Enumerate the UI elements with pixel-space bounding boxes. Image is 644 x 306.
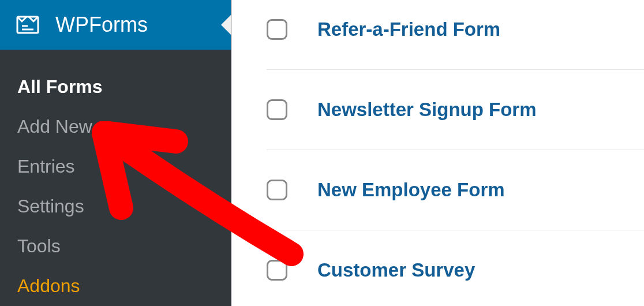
form-row: Customer Survey bbox=[267, 230, 644, 306]
wpforms-icon bbox=[16, 13, 39, 36]
sidebar-item-all-forms[interactable]: All Forms bbox=[0, 67, 231, 107]
forms-list: Refer-a-Friend Form Newsletter Signup Fo… bbox=[232, 0, 644, 306]
sidebar-item-wpforms[interactable]: WPForms bbox=[0, 0, 231, 50]
form-checkbox[interactable] bbox=[267, 19, 287, 40]
sidebar-item-add-new[interactable]: Add New bbox=[0, 107, 231, 147]
sidebar-item-settings[interactable]: Settings bbox=[0, 186, 231, 226]
sidebar-submenu: All Forms Add New Entries Settings Tools… bbox=[0, 50, 231, 306]
admin-sidebar: WPForms All Forms Add New Entries Settin… bbox=[0, 0, 231, 306]
sidebar-item-entries[interactable]: Entries bbox=[0, 147, 231, 186]
sidebar-item-addons[interactable]: Addons bbox=[0, 266, 231, 306]
form-title-link[interactable]: Customer Survey bbox=[317, 259, 475, 281]
sidebar-active-label: WPForms bbox=[55, 13, 148, 37]
form-title-link[interactable]: Newsletter Signup Form bbox=[317, 99, 537, 121]
form-checkbox[interactable] bbox=[267, 260, 287, 281]
form-title-link[interactable]: New Employee Form bbox=[317, 179, 505, 201]
form-row: Newsletter Signup Form bbox=[267, 70, 644, 150]
form-title-link[interactable]: Refer-a-Friend Form bbox=[317, 18, 500, 40]
sidebar-item-tools[interactable]: Tools bbox=[0, 226, 231, 266]
form-checkbox[interactable] bbox=[267, 180, 287, 200]
form-checkbox[interactable] bbox=[267, 99, 287, 120]
form-row: Refer-a-Friend Form bbox=[267, 6, 644, 70]
form-row: New Employee Form bbox=[267, 150, 644, 230]
